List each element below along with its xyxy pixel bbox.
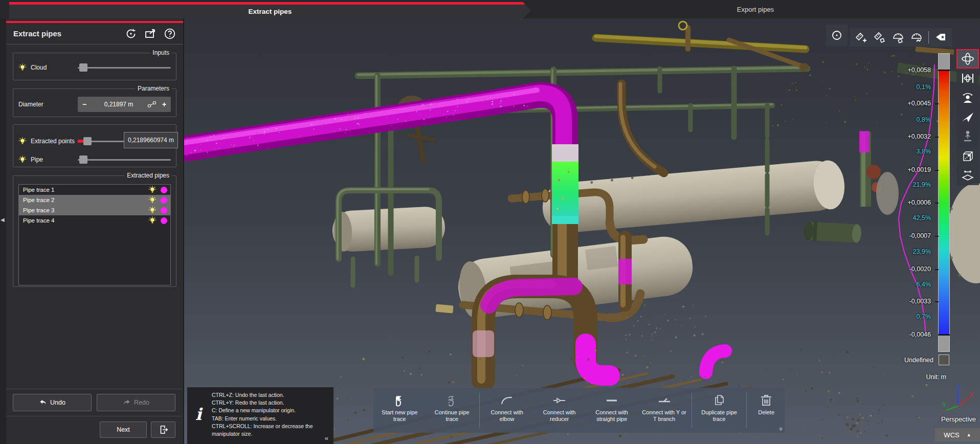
look-around-button[interactable] [956,88,979,107]
start-new-pipe-trace-button[interactable]: Start new pipe trace [373,388,426,433]
undo-button[interactable]: Undo [13,394,92,411]
continue-pipe-trace-button[interactable]: Continue pipe trace [426,388,478,433]
info-line: C: Define a new manipulator origin. [212,407,328,414]
diameter-value[interactable]: 0,21897 m [91,101,146,108]
person-look-icon [961,91,974,104]
measure-distance-button[interactable] [872,30,888,45]
connect-with-branch-button[interactable]: Connect with Y or T branch [638,388,690,433]
scale-percent: 0,7% [894,313,931,320]
info-collapse-icon[interactable]: « [325,434,328,442]
scale-value: -0,0020 [894,265,931,273]
visibility-bulb-icon[interactable] [18,156,27,164]
toolbar-collapse-icon[interactable]: » [777,427,785,431]
list-item[interactable]: Pipe trace 2 [19,195,170,205]
scale-value: -0,0033 [894,298,931,305]
box-arrows-icon [961,169,974,182]
connect-with-reducer-button[interactable]: Connect with reducer [533,388,585,433]
tab-export-pipes-label: Export pipes [737,6,774,13]
axis-triad: Z X Y [941,385,974,417]
start-pipe-trace-icon [392,393,407,408]
trace-color-swatch[interactable] [161,187,167,193]
extracted-points-label: Extracted points [31,138,75,145]
scale-percent: 0,1% [894,83,931,91]
scale-value: -0,0046 [894,331,931,338]
visibility-bulb-icon[interactable] [18,137,27,145]
label-tag-button[interactable] [932,30,949,45]
walk-person-icon [961,130,974,143]
3d-viewport[interactable]: +0,0058 0,1% +0,0045 0,8% +0,0032 3,8% +… [184,18,980,444]
detach-panel-icon[interactable] [144,28,157,40]
visibility-bulb-icon[interactable] [148,196,157,204]
connect-with-elbow-button[interactable]: Connect with elbow [481,388,533,433]
trace-color-swatch[interactable] [161,217,167,224]
constrained-orbit-button[interactable] [956,69,979,88]
diameter-label: Diameter [18,101,43,108]
info-line: CTRL+SCROLL: Increase or decrease the ma… [212,423,328,438]
scale-percent: 3,8% [894,148,931,155]
panel-collapse-strip[interactable]: ◀ [0,18,6,444]
diameter-spinner[interactable]: − 0,21897 m + [78,97,171,112]
undefined-color-swatch[interactable] [939,354,949,365]
diameter-increase-button[interactable]: + [158,100,171,108]
duplicate-pipe-trace-button[interactable]: Duplicate pipe trace [693,388,745,433]
axis-y-label: Y [942,402,946,409]
tab-export-pipes[interactable]: Export pipes [531,0,980,18]
pipe-label: Pipe [31,156,43,163]
exit-step-button[interactable] [151,421,175,438]
measure-angle-button[interactable] [890,30,906,45]
inputs-legend: Inputs [150,49,172,56]
walk-mode-button[interactable] [956,127,979,146]
scale-value: +0,0006 [894,199,931,206]
navigation-toolbar [956,49,979,185]
circle-dot-icon [831,29,843,41]
fly-mode-button[interactable] [956,107,979,127]
list-item[interactable]: Pipe trace 3 [19,205,170,215]
scale-percent: 23,9% [894,248,931,255]
diameter-link-icon[interactable] [146,100,158,108]
help-icon[interactable] [164,28,176,40]
visibility-bulb-icon[interactable] [18,63,27,72]
level-section-button[interactable] [956,166,979,185]
visibility-bulb-icon[interactable] [148,216,157,225]
cloud-opacity-slider[interactable] [78,63,171,72]
next-button[interactable]: Next [100,421,147,438]
projection-mode-label[interactable]: Perspective [941,415,976,423]
visibility-bulb-icon[interactable] [148,186,157,194]
undefined-label: Undefined [904,357,933,364]
reset-history-icon[interactable] [125,28,137,40]
dropdown-arrow-icon: ▲ [967,432,971,437]
examine-cube-button[interactable] [956,146,979,166]
measure-angle-polyline-button[interactable] [908,30,925,45]
tag-star-icon [934,31,947,43]
pipe-opacity-slider[interactable] [78,155,171,164]
point-cloud-scene [184,18,980,444]
toolbar-separator [928,31,929,43]
trace-color-swatch[interactable] [161,197,167,204]
list-item[interactable]: Pipe trace 1 [19,185,170,195]
ruler-square-icon [874,31,886,43]
axis-z-label: Z [956,385,960,391]
delete-button[interactable]: Delete [748,388,785,433]
protractor-zigzag-icon [910,31,923,43]
diameter-decrease-button[interactable]: − [78,100,91,108]
extracted-pipes-list: Pipe trace 1 Pipe trace 2 Pipe trace 3 P… [18,184,171,285]
elbow-icon [499,393,515,408]
wcs-dropdown[interactable]: WCS ▲ [935,428,980,441]
panel-collapse-icon[interactable]: ◀ [1,217,5,223]
paper-plane-icon [961,110,974,124]
trace-color-swatch[interactable] [161,207,167,214]
scale-percent: 42,5% [894,214,931,221]
tab-extract-pipes[interactable]: Extract pipes [9,2,531,18]
info-icon: i [195,405,202,424]
inputs-group: Inputs Cloud [13,53,176,80]
list-item[interactable]: Pipe trace 4 [19,215,170,226]
add-measurement-button[interactable] [853,30,870,45]
measure-toolbar [850,28,952,47]
redo-button[interactable]: Redo [97,394,175,411]
visibility-bulb-icon[interactable] [148,206,157,214]
reducer-icon [552,393,567,408]
center-target-button[interactable] [826,25,848,46]
connect-with-straight-pipe-button[interactable]: Connect with straight pipe [586,388,638,433]
orbit-mode-button[interactable] [956,49,979,69]
axis-x-label: X [969,391,973,398]
